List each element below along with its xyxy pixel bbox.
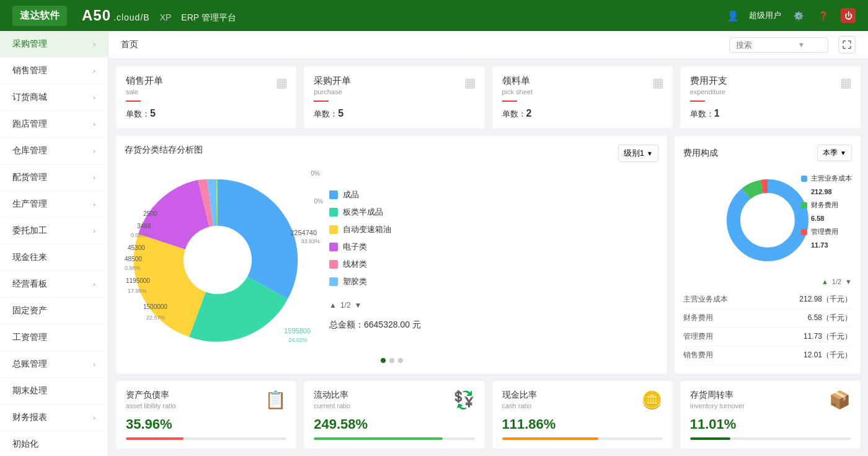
cost-panel-title: 费用构成 <box>683 148 718 159</box>
user-label: 超级用户 <box>749 10 781 21</box>
legend-color-4 <box>329 243 338 251</box>
sidebar-item-store[interactable]: 跑店管理 › <box>0 111 108 138</box>
sidebar-item-label: 现金往来 <box>12 252 47 263</box>
stat-card-inventory: 存货周转率 inventory turnover 📦 11.01% <box>680 381 861 449</box>
pie-label-1195000: 1195000 <box>126 277 150 284</box>
stat-inventory-subtitle: inventory turnover <box>690 402 745 409</box>
legend-label-6: 塑胶类 <box>343 276 367 287</box>
donut-label-1: 主营业务成本 <box>811 174 852 183</box>
inventory-icon: 📦 <box>829 390 851 410</box>
chart-dots <box>125 358 658 363</box>
sidebar-item-label: 订货商城 <box>12 92 47 103</box>
sidebar-item-distribution[interactable]: 配货管理 › <box>0 164 108 191</box>
top-cards: 销售开单 sale ▦ 单数：5 采购开单 purchase ▦ 单数：5 领料… <box>108 59 868 136</box>
sidebar-item-outsource[interactable]: 委托加工 › <box>0 218 108 244</box>
stat-liability-fill <box>126 437 184 440</box>
legend-label-5: 线材类 <box>343 259 367 270</box>
page-indicator: 1/2 <box>340 301 351 310</box>
stat-inventory-value: 11.01% <box>690 416 851 432</box>
sidebar-item-production[interactable]: 生产管理 › <box>0 191 108 218</box>
stat-card-cash: 现金比率 cash ratio 🪙 111.86% <box>492 381 673 449</box>
chevron-right-icon: › <box>93 40 95 48</box>
expand-button[interactable] <box>838 36 856 53</box>
help-icon[interactable]: ❓ <box>816 8 831 23</box>
cost-label-3: 管理费用 <box>683 331 713 342</box>
sidebar-item-cash[interactable]: 现金往来 <box>0 244 108 271</box>
donut-color-3 <box>801 229 807 235</box>
sidebar-item-finance[interactable]: 财务报表 › <box>0 405 108 431</box>
legend-color-1 <box>329 190 338 199</box>
card-divider <box>126 101 141 102</box>
stat-card-liability: 资产负债率 asset libility ratio 📋 35.96% <box>116 381 296 449</box>
legend-item-6: 塑胶类 <box>329 276 658 287</box>
card-purchase-count: 单数：5 <box>314 108 474 120</box>
header: 速达软件 A50.cloud/B XP ERP 管理平台 👤 超级用户 ⚙️ ❓… <box>0 0 868 31</box>
chevron-right-icon: › <box>93 94 95 101</box>
sidebar-item-init[interactable]: 初始化 <box>0 431 108 456</box>
calculator-icon: ▦ <box>276 75 288 90</box>
card-purchase-subtitle: purchase <box>314 88 474 96</box>
cost-value-1: 212.98（千元） <box>799 294 852 305</box>
donut-legend-1: 主营业务成本 <box>801 174 852 183</box>
legend-pagination: ▲ 1/2 ▼ <box>329 301 658 310</box>
app-title: A50.cloud/B <box>79 7 150 24</box>
card-expense-title: 费用开支 <box>690 75 851 87</box>
stat-current-value: 249.58% <box>314 416 474 432</box>
pie-label-0pct: 0% <box>311 170 320 177</box>
donut-legend-2: 财务费用 <box>801 200 852 210</box>
stat-current-fill <box>314 437 442 440</box>
card-picksheet-subtitle: pick sheet <box>502 88 663 96</box>
donut-page-indicator: 1/2 <box>832 278 841 285</box>
sidebar-item-order[interactable]: 订货商城 › <box>0 84 108 111</box>
stat-card-current: 流动比率 current ratio 💱 249.58% <box>304 381 484 449</box>
pie-label-1595800: 1595800 <box>284 327 311 334</box>
chevron-right-icon: › <box>93 227 95 235</box>
chevron-right-icon: › <box>93 414 95 421</box>
pie-label-2254740: 2254740 <box>290 229 317 236</box>
sidebar-item-salary[interactable]: 工资管理 <box>0 324 108 351</box>
legend-item-3: 自动变速箱油 <box>329 224 658 235</box>
pie-label-48500: 48500 <box>125 256 142 262</box>
stat-cash-value: 111.86% <box>502 416 663 432</box>
legend-item-1: 成品 <box>329 189 658 200</box>
pie-label-0pct2: 0% <box>314 198 323 205</box>
sidebar-item-label: 采购管理 <box>12 38 47 50</box>
card-sales: 销售开单 sale ▦ 单数：5 <box>116 66 296 128</box>
legend-color-3 <box>329 225 338 234</box>
sidebar-item-period[interactable]: 期末处理 <box>0 378 108 405</box>
legend-item-5: 线材类 <box>329 259 658 270</box>
sidebar-item-purchase[interactable]: 采购管理 › <box>0 31 108 58</box>
logo: 速达软件 <box>12 6 67 26</box>
total-amount: 总金额：6645328.00 元 <box>329 320 658 331</box>
stat-liability-subtitle: asset libility ratio <box>126 402 176 409</box>
sidebar-item-dashboard[interactable]: 经营看板 › <box>0 271 108 298</box>
legend-label-2: 板类半成品 <box>343 207 383 218</box>
chevron-right-icon: › <box>93 147 95 154</box>
stat-cash-title: 现金比率 <box>502 390 537 401</box>
card-picksheet: 领料单 pick sheet ▦ 单数：2 <box>492 66 673 128</box>
cost-value-2: 6.58（千元） <box>808 313 852 323</box>
sidebar-item-assets[interactable]: 固定资产 <box>0 298 108 324</box>
sidebar-item-ledger[interactable]: 总账管理 › <box>0 351 108 378</box>
stat-liability-title: 资产负债率 <box>126 390 176 401</box>
settings-icon[interactable]: ⚙️ <box>791 8 806 23</box>
power-icon[interactable]: ⏻ <box>841 8 856 23</box>
main-content: 存货分类结存分析图 级别1 ▼ <box>108 136 868 381</box>
sidebar-item-warehouse[interactable]: 仓库管理 › <box>0 138 108 164</box>
pie-label-005: 0.05% <box>131 232 147 238</box>
period-select[interactable]: 本季 ▼ <box>817 145 852 161</box>
legend-item-2: 板类半成品 <box>329 207 658 218</box>
legend-label-1: 成品 <box>343 189 359 200</box>
search-input[interactable] <box>736 40 798 50</box>
sidebar-item-label: 财务报表 <box>12 412 47 423</box>
card-sales-title: 销售开单 <box>126 75 286 87</box>
card-sales-count: 单数：5 <box>126 108 286 120</box>
sidebar-item-sales[interactable]: 销售管理 › <box>0 58 108 84</box>
cost-label-2: 财务费用 <box>683 313 713 323</box>
donut-label-2: 财务费用 <box>811 200 838 210</box>
donut-color-2 <box>801 202 807 208</box>
card-expense: 费用开支 expenditure ▦ 单数：1 <box>680 66 861 128</box>
search-bar[interactable]: ▼ <box>729 37 828 53</box>
level-filter[interactable]: 级别1 ▼ <box>618 145 658 162</box>
pie-label-1798: 17.98% <box>128 288 147 294</box>
